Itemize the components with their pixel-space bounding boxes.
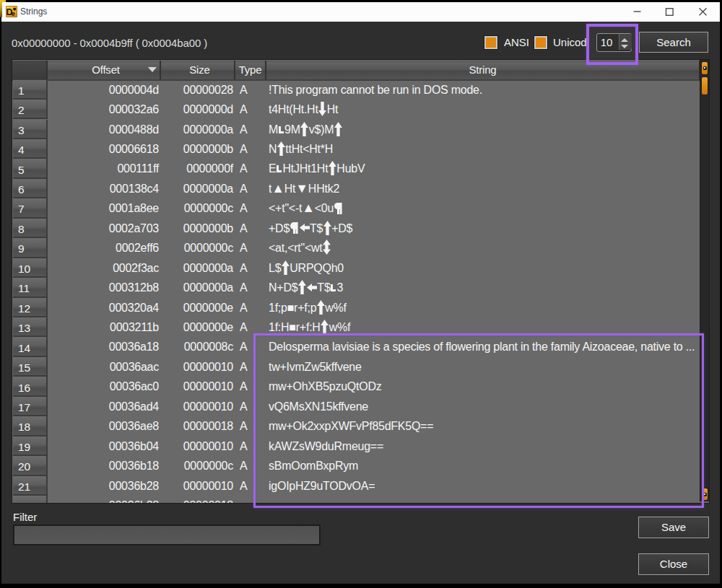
svg-text:e: e: [12, 9, 15, 17]
